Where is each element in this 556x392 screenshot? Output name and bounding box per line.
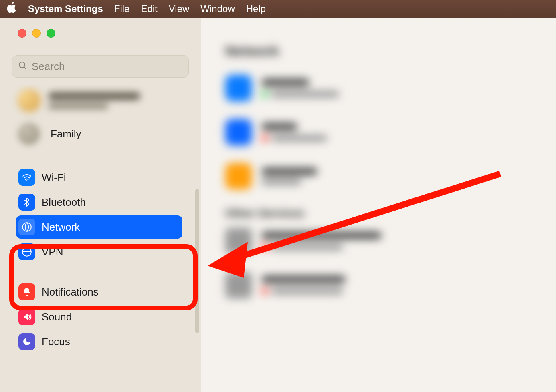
service-icon <box>225 272 252 298</box>
status-dot-connected <box>261 91 268 97</box>
sidebar-item-label: Network <box>42 221 80 233</box>
zoom-window-button[interactable] <box>47 29 55 38</box>
globe-icon <box>18 219 35 235</box>
search-icon <box>18 61 28 72</box>
svg-line-1 <box>24 67 26 69</box>
wifi-icon <box>18 169 35 186</box>
vpn-icon <box>18 243 35 260</box>
moon-icon <box>18 333 35 350</box>
apple-menu-icon[interactable] <box>7 2 17 16</box>
status-dot-disconnected <box>261 288 268 294</box>
family-avatar-icon <box>18 123 40 145</box>
service-icon <box>225 228 252 254</box>
status-dot-disconnected <box>261 135 268 141</box>
minimize-window-button[interactable] <box>32 29 41 38</box>
app-name[interactable]: System Settings <box>28 3 103 14</box>
search-field[interactable] <box>12 55 189 78</box>
sidebar-item-sound[interactable]: Sound <box>16 305 182 328</box>
svg-point-0 <box>19 62 25 68</box>
svg-point-2 <box>26 180 28 181</box>
menu-help[interactable]: Help <box>246 3 266 14</box>
menu-view[interactable]: View <box>169 3 190 14</box>
service-row[interactable] <box>225 163 536 189</box>
sidebar-item-family[interactable]: Family <box>0 116 194 155</box>
sidebar-item-label: Family <box>51 128 81 140</box>
close-window-button[interactable] <box>18 29 26 38</box>
sidebar: Family Wi-Fi Bluetooth <box>0 18 201 392</box>
user-avatar <box>18 89 41 112</box>
sidebar-item-vpn[interactable]: VPN <box>16 240 182 263</box>
sidebar-scrollbar[interactable] <box>195 189 199 333</box>
sidebar-item-label: Focus <box>42 336 70 348</box>
window-controls <box>0 18 201 50</box>
sidebar-item-label: Sound <box>42 311 72 323</box>
sidebar-item-label: Wi-Fi <box>42 171 66 184</box>
wifi-service-icon <box>225 75 252 101</box>
menu-edit[interactable]: Edit <box>141 3 157 14</box>
service-icon <box>225 119 252 145</box>
sidebar-item-label: Notifications <box>42 286 99 298</box>
bell-icon <box>18 283 35 300</box>
sidebar-item-wifi[interactable]: Wi-Fi <box>16 166 182 189</box>
service-row[interactable] <box>225 228 536 254</box>
service-row[interactable] <box>225 119 536 145</box>
service-row[interactable] <box>225 272 536 298</box>
sidebar-item-notifications[interactable]: Notifications <box>16 280 182 304</box>
sidebar-item-label: Bluetooth <box>42 196 86 209</box>
menu-window[interactable]: Window <box>200 3 235 14</box>
sidebar-item-apple-id[interactable] <box>0 85 194 116</box>
sidebar-item-label: VPN <box>42 246 63 258</box>
bluetooth-icon <box>18 194 35 211</box>
section-header: Other Services <box>225 207 536 220</box>
speaker-icon <box>18 308 35 325</box>
sidebar-item-focus[interactable]: Focus <box>16 330 182 353</box>
sidebar-item-bluetooth[interactable]: Bluetooth <box>16 191 182 214</box>
sidebar-item-network[interactable]: Network <box>16 215 182 239</box>
content-pane: Network <box>201 18 556 392</box>
status-dot-disconnected <box>261 244 268 250</box>
menu-file[interactable]: File <box>114 3 130 14</box>
page-title: Network <box>225 43 536 59</box>
firewall-icon <box>225 163 252 189</box>
menubar[interactable]: System Settings File Edit View Window He… <box>0 0 556 18</box>
settings-window: Family Wi-Fi Bluetooth <box>0 18 556 392</box>
service-row[interactable] <box>225 75 536 101</box>
search-input[interactable] <box>32 60 183 73</box>
